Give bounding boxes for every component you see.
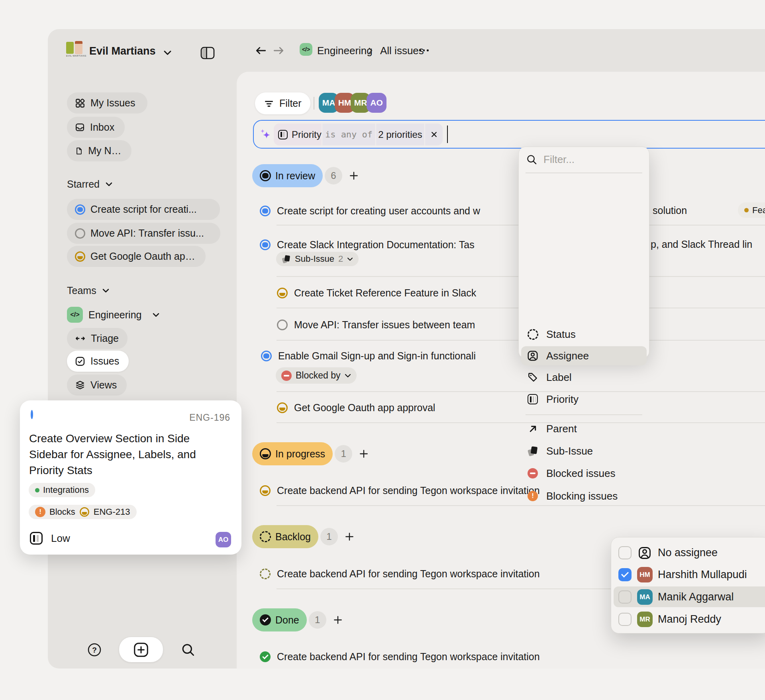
filter-operator-label: is any of (325, 129, 373, 139)
status-in-progress-icon (80, 507, 89, 517)
menu-item-label: Status (546, 328, 576, 341)
add-issue-icon[interactable] (333, 615, 343, 625)
new-issue-button[interactable] (119, 637, 163, 662)
issue-row[interactable]: Create backend API for sending Tegon wor… (260, 646, 540, 667)
status-in-progress-icon (260, 448, 271, 459)
starred-item[interactable]: Move API: Transfer issu... (67, 223, 220, 244)
status-in-review-icon (260, 239, 271, 250)
breadcrumb-page[interactable]: All issues (380, 45, 424, 57)
checkbox-unchecked[interactable] (618, 613, 632, 626)
chevron-down-icon (102, 288, 110, 293)
issue-title: Create backend API for sending Tegon wor… (277, 651, 540, 663)
chip-label: Sub-Issue (295, 254, 334, 264)
blocked-by-chip[interactable]: Blocked by (276, 367, 357, 384)
filter-chip-value[interactable]: 2 priorities (376, 124, 424, 145)
avatar-initials: AO (370, 98, 383, 108)
issue-title: Create script for creating user accounts… (277, 205, 480, 217)
sidebar-team-name[interactable]: Engineering (88, 309, 141, 321)
group-pill[interactable]: In review (252, 164, 323, 187)
workspace-name[interactable]: Evil Martians (89, 45, 156, 57)
menu-item-sub-issue[interactable]: Sub-Issue (526, 440, 593, 462)
status-in-review-icon (260, 206, 271, 216)
checkbox-unchecked[interactable] (618, 590, 632, 604)
checkbox-unchecked[interactable] (618, 546, 632, 559)
sidebar-item-triage[interactable]: Triage (67, 328, 128, 349)
row-divider (277, 391, 765, 392)
group-header-done: Done 1 (252, 608, 343, 631)
blocks-chip[interactable]: ! Blocks ENG-213 (29, 505, 137, 519)
close-icon (430, 131, 438, 138)
team-chevron-icon[interactable] (152, 312, 160, 318)
issue-title: Move API: Transfer issues between team (294, 319, 475, 331)
add-issue-icon[interactable] (344, 531, 355, 542)
sidebar-item-inbox[interactable]: Inbox (67, 117, 125, 138)
menu-divider (526, 414, 642, 415)
priority-low-icon (30, 532, 43, 545)
menu-item-label: Assignee (546, 350, 589, 362)
label-chip[interactable]: Fea (738, 202, 765, 218)
menu-search[interactable]: Filter... (526, 153, 575, 166)
starred-item[interactable]: Get Google Oauth app... (67, 246, 206, 267)
menu-item-priority[interactable]: Priority (526, 388, 579, 410)
chevron-down-icon (347, 257, 353, 261)
status-backlog-icon (260, 531, 271, 542)
filter-chip-remove-button[interactable] (425, 124, 443, 145)
group-pill[interactable]: Done (252, 608, 307, 631)
chip-label: Blocked by (296, 370, 341, 381)
menu-item-assignee[interactable]: Assignee (526, 345, 589, 367)
starred-item-label: Create script for creati... (90, 204, 197, 215)
assignee-option-none[interactable]: No assignee (618, 542, 718, 563)
label-dot (35, 488, 39, 492)
group-header-in-progress: In progress 1 (252, 442, 369, 465)
issue-row[interactable]: Create backend API for sending Tegon wor… (260, 563, 540, 584)
group-pill[interactable]: Backlog (252, 525, 318, 548)
sidebar-item-views[interactable]: Views (67, 375, 127, 396)
label-chip[interactable]: Integrations (29, 483, 95, 497)
menu-item-blocked-issues[interactable]: Blocked issues (526, 463, 615, 484)
assignee-option[interactable]: MR Manoj Reddy (618, 609, 721, 630)
sidebar-toggle-button[interactable] (200, 46, 215, 60)
checkbox-checked[interactable] (618, 568, 632, 581)
search-button[interactable] (181, 643, 195, 657)
more-options-button[interactable] (419, 49, 429, 51)
issue-title-tail: p, and Slack Thread lin (651, 239, 752, 250)
issue-row-sub[interactable]: Create Ticket Reference Feature in Slack (277, 282, 476, 304)
forward-button[interactable] (273, 45, 284, 57)
issue-row[interactable]: Create backend API for sending Tegon wor… (260, 480, 540, 501)
teams-section-header[interactable]: Teams (67, 285, 110, 296)
issue-row-sub[interactable]: Move API: Transfer issues between team (277, 314, 475, 335)
menu-item-blocking-issues[interactable]: ! Blocking issues (526, 485, 618, 507)
starred-section-header[interactable]: Starred (67, 178, 113, 190)
issue-row[interactable]: Enable Gmail Sign-up and Sign-in functio… (261, 345, 476, 367)
sub-issue-chip[interactable]: Sub-Issue 2 (276, 252, 359, 266)
breadcrumb-team[interactable]: Engineering (317, 45, 373, 57)
avatar[interactable]: AO (367, 93, 386, 113)
filter-chip-operator[interactable]: is any of (322, 124, 375, 145)
filter-dropdown-menu: Filter... Status Assignee Label Priority… (518, 147, 649, 359)
sidebar-item-my-issues[interactable]: My Issues (67, 92, 147, 114)
add-issue-icon[interactable] (359, 449, 369, 459)
help-button[interactable]: ? (87, 643, 102, 657)
menu-item-label: Sub-Issue (546, 445, 593, 457)
workspace-chevron-icon[interactable] (163, 50, 172, 56)
issue-row[interactable]: Create script for creating user accounts… (260, 200, 480, 222)
issue-row-sub[interactable]: Get Google Oauth app approval (277, 397, 435, 418)
group-count-badge: 1 (320, 528, 338, 545)
menu-item-parent[interactable]: Parent (526, 418, 577, 439)
filter-chip-field[interactable]: Priority (274, 124, 322, 145)
menu-item-label-filter[interactable]: Label (526, 367, 572, 388)
priority-row: Low (30, 532, 70, 545)
back-button[interactable] (255, 45, 267, 57)
group-pill[interactable]: In progress (252, 442, 333, 465)
filter-button[interactable]: Filter (255, 92, 310, 114)
avatar: HM (637, 567, 653, 582)
starred-item[interactable]: Create script for creati... (67, 199, 220, 220)
add-issue-icon[interactable] (349, 171, 359, 181)
avatar: MA (637, 589, 653, 605)
sidebar-item-issues[interactable]: Issues (67, 351, 129, 372)
assignee-option[interactable]: MA Manik Aggarwal (618, 586, 734, 608)
note-icon (75, 146, 83, 156)
assignee-option[interactable]: HM Harshith Mullapudi (618, 564, 747, 585)
menu-item-status[interactable]: Status (526, 324, 576, 345)
sidebar-item-my-notes[interactable]: My Notes (67, 140, 131, 161)
